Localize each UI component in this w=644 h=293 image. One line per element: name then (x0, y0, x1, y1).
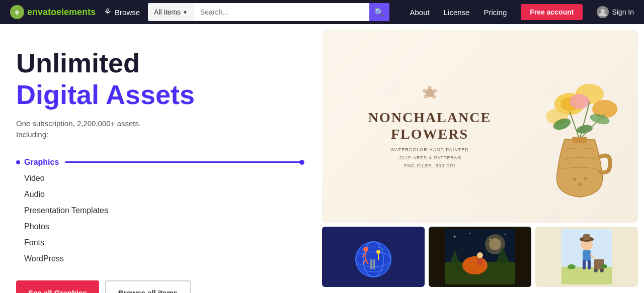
asset-list: Graphics Video Audio Presentation Templa… (16, 155, 302, 266)
thumbnail-nature[interactable] (429, 227, 531, 287)
svg-point-24 (584, 177, 587, 180)
vase-illustration (529, 38, 630, 215)
main-content: Unlimited Digital Assets One subscriptio… (0, 24, 644, 293)
svg-text:e: e (15, 8, 19, 16)
see-all-graphics-button[interactable]: See all Graphics (16, 280, 99, 293)
subtitle: One subscription, 2,200,000+ assets. Inc… (16, 118, 302, 141)
right-panel: Nonchalance Flowers Watercolor Hand Pain… (322, 24, 644, 293)
thumbnail-person[interactable] (535, 227, 638, 287)
svg-point-6 (432, 94, 436, 99)
thumbnail-row (322, 227, 638, 287)
globe-illustration (348, 232, 398, 282)
search-container: All items ▼ 🔍 (148, 3, 389, 21)
main-hero-image: Nonchalance Flowers Watercolor Hand Pain… (322, 30, 638, 223)
svg-point-43 (469, 233, 470, 234)
browse-button[interactable]: ⚘ Browse (104, 7, 140, 18)
thumbnail-globe[interactable] (322, 227, 425, 287)
headline: Unlimited Digital Assets (16, 48, 302, 110)
svg-rect-61 (583, 250, 591, 261)
decorative-flower-icon (420, 83, 440, 103)
svg-point-8 (423, 89, 427, 93)
svg-point-5 (433, 89, 437, 93)
envato-logo-icon: e (10, 5, 24, 19)
svg-point-66 (600, 268, 604, 272)
flowers-subtitle: Watercolor Hand Painted·Clip Arts & Patt… (330, 146, 529, 170)
browse-all-items-button[interactable]: Browse all items (105, 280, 191, 293)
svg-point-4 (428, 86, 432, 90)
svg-rect-55 (477, 258, 482, 265)
asset-item-photos[interactable]: Photos (16, 219, 302, 234)
svg-rect-60 (583, 234, 590, 240)
svg-point-2 (601, 9, 605, 13)
nav-links: About License Pricing Free account Sign … (410, 4, 634, 20)
progress-bar (65, 161, 302, 163)
svg-point-22 (573, 178, 576, 181)
search-icon: 🔍 (374, 8, 384, 17)
search-button[interactable]: 🔍 (369, 3, 389, 21)
svg-point-68 (568, 264, 576, 269)
flowers-text-block: Nonchalance Flowers Watercolor Hand Pain… (330, 83, 529, 170)
flowers-title-line1: Nonchalance (330, 109, 529, 126)
free-account-button[interactable]: Free account (521, 4, 583, 20)
person-illustration (561, 229, 612, 284)
asset-item-presentation-templates[interactable]: Presentation Templates (16, 203, 302, 218)
svg-point-42 (454, 236, 456, 238)
svg-point-17 (576, 124, 593, 134)
svg-rect-21 (572, 137, 587, 143)
left-panel: Unlimited Digital Assets One subscriptio… (0, 24, 322, 293)
svg-point-14 (570, 94, 590, 109)
asset-item-wordpress[interactable]: WordPress (16, 251, 302, 266)
nav-pricing[interactable]: Pricing (484, 8, 507, 17)
nature-illustration (445, 229, 515, 284)
cta-buttons: See all Graphics Browse all items (16, 280, 302, 293)
svg-rect-63 (588, 260, 591, 269)
sign-in-button[interactable]: Sign In (597, 6, 634, 18)
progress-dot (299, 160, 304, 165)
svg-point-69 (601, 264, 607, 268)
asset-item-video[interactable]: Video (16, 171, 302, 186)
navbar: e envatoelements ⚘ Browse All items ▼ 🔍 … (0, 0, 644, 24)
asset-item-audio[interactable]: Audio (16, 187, 302, 202)
user-avatar-icon (597, 6, 609, 18)
browse-icon: ⚘ (104, 7, 112, 18)
svg-point-47 (489, 238, 501, 250)
svg-point-23 (578, 183, 581, 186)
nav-license[interactable]: License (444, 8, 470, 17)
flowers-title-line2: Flowers (330, 126, 529, 143)
svg-point-54 (477, 252, 483, 258)
asset-item-graphics[interactable]: Graphics (16, 155, 302, 170)
chevron-down-icon: ▼ (183, 10, 188, 15)
asset-item-fonts[interactable]: Fonts (16, 235, 302, 250)
nav-about[interactable]: About (410, 8, 430, 17)
active-dot (16, 160, 20, 164)
svg-point-45 (505, 234, 506, 235)
svg-rect-57 (561, 267, 612, 284)
svg-line-18 (570, 112, 580, 139)
filter-label: All items (154, 8, 181, 16)
logo[interactable]: e envatoelements (10, 5, 96, 19)
svg-rect-62 (583, 260, 586, 269)
vase-svg (529, 74, 630, 215)
search-input[interactable] (194, 3, 369, 21)
svg-point-65 (594, 268, 598, 272)
svg-point-34 (376, 250, 380, 254)
logo-text: envatoelements (27, 7, 96, 18)
filter-dropdown-button[interactable]: All items ▼ (148, 3, 194, 21)
svg-point-7 (424, 94, 428, 99)
svg-point-29 (363, 247, 368, 252)
